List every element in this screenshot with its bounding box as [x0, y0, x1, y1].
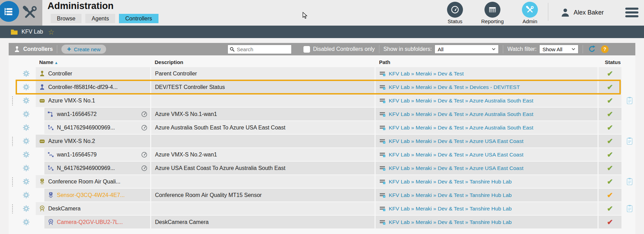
row-path-link[interactable]: KFV Lab » Meraki » Dev & Test » Azure US…: [389, 138, 523, 144]
column-header-path[interactable]: Path: [376, 59, 598, 65]
table-row[interactable]: wan1-16564579 Azure VMX-S No.2-wan1 KFV …: [9, 148, 635, 161]
gear-icon[interactable]: [23, 124, 30, 131]
refresh-icon[interactable]: [588, 45, 596, 53]
table-row[interactable]: Controller-f8581f4c-df29-4... DEV/TEST C…: [9, 81, 635, 93]
folder-icon: [10, 29, 18, 35]
table-row[interactable]: N_641762946900969... Azure USA East Coas…: [9, 162, 635, 174]
subfolders-select[interactable]: All: [435, 45, 499, 54]
clipboard-icon[interactable]: [626, 137, 633, 145]
tab-agents[interactable]: Agents: [85, 14, 115, 23]
toolbar-title: Controllers: [23, 46, 53, 52]
gear-icon[interactable]: [23, 83, 30, 91]
chevron-down-icon: [492, 48, 496, 51]
user-menu[interactable]: Alex Baker: [560, 8, 604, 17]
row-name[interactable]: wan1-16564572: [57, 111, 97, 117]
breadcrumb-label[interactable]: KFV Lab: [22, 29, 43, 35]
gear-icon[interactable]: [23, 218, 30, 226]
row-path-link[interactable]: KFV Lab » Meraki » Dev & Test » Tanshire…: [389, 219, 512, 225]
table-row[interactable]: Camera-Q2GV-UBU2-7L... DeskCamera Camera…: [9, 216, 635, 228]
nav-admin[interactable]: Admin: [518, 2, 542, 24]
table-row[interactable]: N_641762946900969... Azure Australia Sou…: [9, 121, 635, 134]
row-name[interactable]: Camera-Q2GV-UBU2-7L...: [57, 219, 123, 225]
row-name[interactable]: Conference Room Air Quali...: [48, 179, 120, 185]
status-cell: ✔: [599, 148, 621, 161]
app-logo[interactable]: [0, 1, 19, 22]
row-path-link[interactable]: KFV Lab » Meraki » Dev & Test » Azure Au…: [389, 125, 533, 131]
tab-controllers[interactable]: Controllers: [119, 14, 158, 23]
table-row[interactable]: Azure VMX-S No.1 KFV Lab » Meraki » Dev …: [9, 94, 635, 107]
table-body: Controller Parent Controller KFV Lab » M…: [9, 67, 635, 228]
gear-icon[interactable]: [23, 164, 30, 172]
row-name[interactable]: N_641762946900969...: [57, 165, 115, 171]
table-row[interactable]: DeskCamera KFV Lab » Meraki » Dev & Test…: [9, 202, 635, 215]
clipboard-cell: [622, 121, 636, 134]
table-row[interactable]: Sensor-Q3CQ-4W24-4E7... Conference Room …: [9, 189, 635, 201]
status-cell: ✔: [599, 94, 621, 107]
watch-filter-select[interactable]: Show All: [539, 45, 578, 54]
disabled-controllers-checkbox[interactable]: [303, 46, 310, 53]
toolbar-divider: [379, 45, 379, 53]
row-path-link[interactable]: KFV Lab » Meraki » Dev & Test » Azure US…: [389, 165, 523, 171]
clipboard-cell: [622, 189, 636, 201]
row-path-link[interactable]: KFV Lab » Meraki » Dev & Test » Devices …: [389, 84, 520, 90]
toolbar-divider: [583, 45, 583, 53]
gear-icon[interactable]: [23, 178, 30, 185]
row-name[interactable]: DeskCamera: [48, 206, 80, 212]
tab-browse[interactable]: Browse: [51, 14, 81, 23]
row-name[interactable]: Azure VMX-S No.2: [48, 138, 95, 144]
clipboard-icon[interactable]: [626, 178, 633, 186]
remote-agent-icon: [380, 220, 386, 225]
gear-icon[interactable]: [23, 97, 30, 104]
create-new-button[interactable]: + Create new: [61, 45, 106, 54]
row-path-link[interactable]: KFV Lab » Meraki » Dev & Test » Azure Au…: [389, 111, 533, 117]
gear-icon[interactable]: [23, 137, 30, 145]
row-path-link[interactable]: KFV Lab » Meraki » Dev & Test » Azure US…: [389, 152, 523, 158]
table-row[interactable]: wan1-16564572 Azure VMX-S No.1-wan1 KFV …: [9, 108, 635, 120]
controllers-icon: [14, 46, 20, 53]
gear-icon[interactable]: [23, 191, 30, 199]
table-row[interactable]: Controller Parent Controller KFV Lab » M…: [9, 67, 635, 80]
row-name[interactable]: Controller: [48, 71, 72, 77]
nav-status[interactable]: Status: [443, 2, 467, 24]
nav-reporting[interactable]: Reporting: [480, 2, 505, 24]
gear-icon[interactable]: [23, 151, 30, 158]
clipboard-icon[interactable]: [626, 97, 633, 105]
drag-handle-icon[interactable]: [12, 204, 13, 214]
row-path-link[interactable]: KFV Lab » Meraki » Dev & Test » Tanshire…: [389, 206, 512, 212]
handle-cell: [9, 108, 16, 120]
search-input[interactable]: [227, 45, 292, 54]
row-name[interactable]: Azure VMX-S No.1: [48, 98, 95, 104]
drag-handle-icon[interactable]: [12, 177, 13, 187]
status-check-icon: ✔: [607, 151, 613, 159]
gear-icon[interactable]: [23, 205, 30, 212]
gear-icon[interactable]: [23, 70, 30, 77]
row-path-link[interactable]: KFV Lab » Meraki » Dev & Test » Tanshire…: [389, 192, 512, 198]
favorite-star-icon[interactable]: ☆: [48, 28, 54, 36]
drag-handle-icon[interactable]: [12, 136, 13, 146]
hamburger-menu-icon[interactable]: [625, 8, 638, 17]
table-row[interactable]: Conference Room Air Quali... KFV Lab » M…: [9, 175, 635, 188]
path-cell: KFV Lab » Meraki » Dev & Test » Tanshire…: [376, 202, 598, 215]
row-name[interactable]: Controller-f8581f4c-df29-4...: [48, 84, 118, 90]
column-header-status[interactable]: Status: [599, 59, 621, 65]
row-type-icon: [39, 138, 45, 144]
row-name[interactable]: N_641762946900969...: [57, 125, 115, 131]
breadcrumb: KFV Lab ☆: [0, 26, 644, 38]
row-name[interactable]: wan1-16564579: [57, 152, 97, 158]
help-icon[interactable]: ?: [601, 45, 609, 53]
search-icon: [230, 47, 235, 52]
clipboard-icon[interactable]: [626, 205, 633, 213]
row-path-link[interactable]: KFV Lab » Meraki » Dev & Test: [389, 71, 464, 77]
clipboard-cell: [622, 162, 636, 174]
table-row[interactable]: Azure VMX-S No.2 KFV Lab » Meraki » Dev …: [9, 135, 635, 147]
column-header-description[interactable]: Description: [151, 59, 375, 65]
gear-icon[interactable]: [23, 110, 30, 118]
row-path-link[interactable]: KFV Lab » Meraki » Dev & Test » Tanshire…: [389, 179, 512, 185]
column-header-name[interactable]: Name▲: [36, 59, 150, 65]
row-path-link[interactable]: KFV Lab » Meraki » Dev & Test » Azure Au…: [389, 98, 533, 104]
clipboard-cell: [622, 108, 636, 120]
remote-agent-icon: [380, 193, 386, 198]
path-cell: KFV Lab » Meraki » Dev & Test » Tanshire…: [376, 216, 598, 228]
row-name[interactable]: Sensor-Q3CQ-4W24-4E7...: [57, 192, 125, 198]
drag-handle-icon[interactable]: [12, 96, 13, 106]
